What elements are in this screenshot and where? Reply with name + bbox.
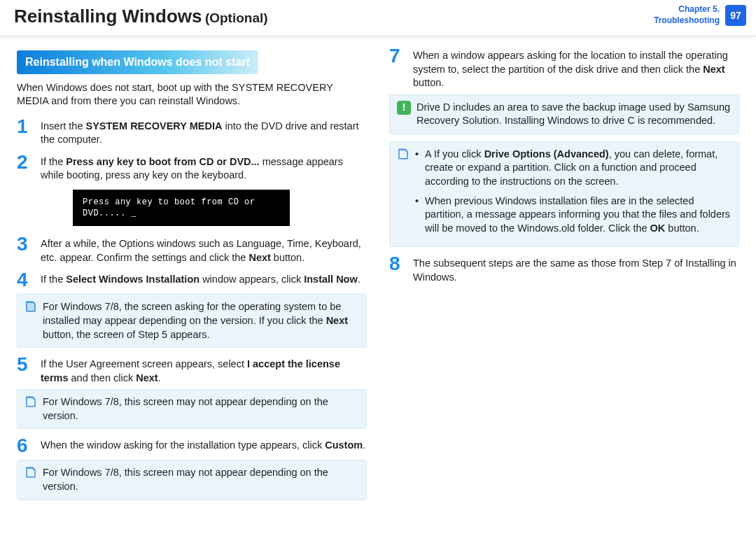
chapter-line: Chapter 5. [654,4,720,15]
step-body: Insert the SYSTEM RECOVERY MEDIA into th… [41,117,367,147]
step-body: If the Press any key to boot from CD or … [41,153,367,183]
step-number: 7 [389,46,406,90]
note-text: For Windows 7/8, this screen may not app… [43,395,359,423]
warning-step7: ! Drive D includes an area to save the b… [389,94,739,134]
step-number: 4 [17,270,34,290]
step-6: 6 When the window asking for the install… [17,436,367,456]
bullet-2: When previous Windows installation files… [415,195,732,236]
note-icon [397,148,410,241]
section-heading: Reinstalling when Windows does not start [17,50,258,74]
step-body: If the User Agreement screen appears, se… [41,355,367,385]
bullet-1: A If you click Drive Options (Advanced),… [415,148,732,189]
step-number: 8 [389,254,406,284]
note-advanced: A If you click Drive Options (Advanced),… [389,141,739,247]
section-line: Troubleshooting [654,15,720,27]
step-7: 7 When a window appears asking for the l… [389,46,739,90]
step-number: 2 [17,153,34,183]
step-number: 3 [17,234,34,265]
header-bar: Reinstalling Windows (Optional) Chapter … [0,0,756,36]
note-step5b: For Windows 7/8, this screen may not app… [17,389,367,429]
step-body: After a while, the Options windows such … [41,234,367,265]
chapter-info: Chapter 5. Troubleshooting [654,4,720,26]
step-body: The subsequent steps are the same as tho… [413,254,739,284]
step-body: If the Select Windows Installation windo… [41,270,367,290]
step-body: When a window appears asking for the loc… [413,46,739,90]
note-step6b: For Windows 7/8, this screen may not app… [17,460,367,500]
step-8: 8 The subsequent steps are the same as t… [389,254,739,284]
step-3: 3 After a while, the Options windows suc… [17,234,367,265]
intro-paragraph: When Windows does not start, boot up wit… [17,81,367,108]
page-number-badge: 97 [725,5,746,26]
content-columns: Reinstalling when Windows does not start… [0,42,756,525]
note-step4: For Windows 7/8, the screen asking for t… [17,294,367,348]
boot-screenshot: Press any key to boot from CD or DVD....… [73,190,290,226]
note-icon [24,466,37,493]
step-4: 4 If the Select Windows Installation win… [17,270,367,290]
step-1: 1 Insert the SYSTEM RECOVERY MEDIA into … [17,117,367,147]
step-number: 6 [17,436,34,456]
step-number: 5 [17,355,34,385]
warning-icon: ! [397,101,411,115]
note-text: For Windows 7/8, this screen may not app… [43,466,359,493]
note-text: For Windows 7/8, the screen asking for t… [43,300,359,341]
note-icon [24,395,37,423]
note-icon [24,300,37,341]
page-title-main: Reinstalling Windows [14,6,202,27]
warning-text: Drive D includes an area to save the bac… [416,101,732,128]
step-number: 1 [17,117,34,147]
step-body: When the window asking for the installat… [41,436,367,456]
step-5: 5 If the User Agreement screen appears, … [17,355,367,385]
header-right: Chapter 5. Troubleshooting 97 [654,4,746,26]
step-2: 2 If the Press any key to boot from CD o… [17,153,367,183]
page-title-sub: (Optional) [205,10,268,25]
note-text: A If you click Drive Options (Advanced),… [415,148,732,241]
